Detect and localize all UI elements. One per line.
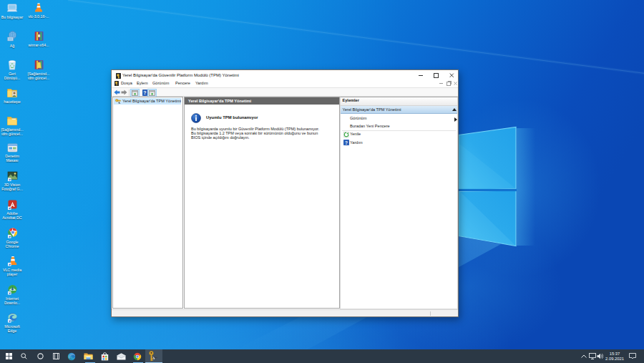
svg-text:?: ? [345,140,348,145]
svg-text:?: ? [143,90,146,95]
